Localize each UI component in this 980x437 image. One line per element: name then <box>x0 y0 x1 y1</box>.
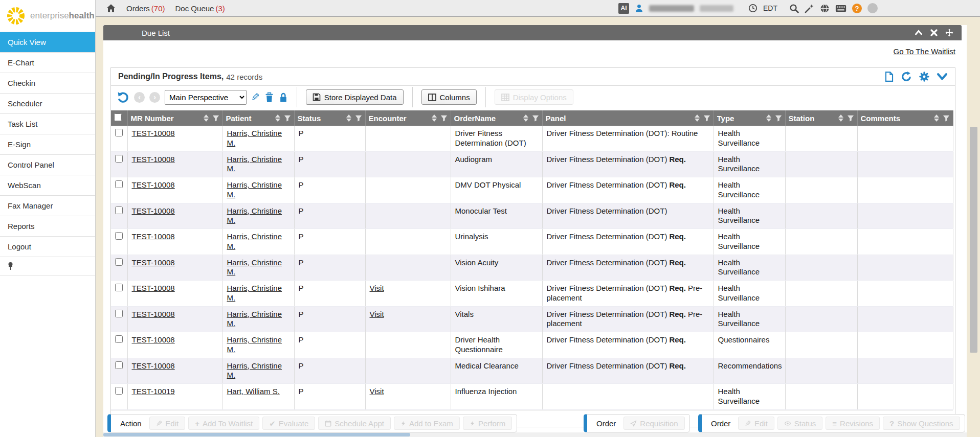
encounter-link[interactable]: Visit <box>370 284 384 292</box>
sidebar-item-webscan[interactable]: WebScan <box>0 175 95 196</box>
select-all-checkbox[interactable] <box>114 113 122 121</box>
collapse-section-chevron-icon[interactable] <box>937 72 948 81</box>
move-panel-icon[interactable] <box>945 29 953 37</box>
lock-perspective-icon[interactable] <box>279 92 288 103</box>
filter-icon[interactable] <box>284 115 291 122</box>
filter-icon[interactable] <box>775 115 782 122</box>
column-header-panel[interactable]: Panel <box>542 110 714 126</box>
sort-icon[interactable] <box>695 114 700 122</box>
collapse-panel-icon[interactable] <box>915 29 923 36</box>
row-checkbox[interactable] <box>115 180 123 188</box>
mr-link[interactable]: TEST-10019 <box>132 387 175 396</box>
patient-link[interactable]: Harris, Christine M. <box>227 361 282 380</box>
patient-link[interactable]: Harris, Christine M. <box>227 180 282 199</box>
nav-doc-queue[interactable]: Doc Queue(3) <box>175 4 225 13</box>
mr-link[interactable]: TEST-10008 <box>132 310 175 318</box>
row-checkbox[interactable] <box>115 361 123 369</box>
sidebar-item-scheduler[interactable]: Scheduler <box>0 94 95 114</box>
globe-icon[interactable] <box>820 4 830 13</box>
column-header-type[interactable]: Type <box>714 110 785 126</box>
column-header-ordername[interactable]: OrderName <box>451 110 542 126</box>
mr-link[interactable]: TEST-10008 <box>132 258 175 267</box>
horizontal-scrollbar-thumb[interactable] <box>103 433 410 436</box>
patient-link[interactable]: Harris, Christine M. <box>227 155 282 173</box>
filter-icon[interactable] <box>212 115 219 122</box>
patient-link[interactable]: Harris, Christine M. <box>227 310 282 328</box>
row-checkbox[interactable] <box>115 387 123 395</box>
column-header-patient[interactable]: Patient <box>222 110 294 126</box>
mr-link[interactable]: TEST-10008 <box>132 335 175 344</box>
row-checkbox[interactable] <box>115 284 123 291</box>
sort-icon[interactable] <box>346 114 351 122</box>
keyboard-icon[interactable] <box>835 4 847 13</box>
sidebar-item-logout[interactable]: Logout <box>0 237 95 257</box>
sidebar-item-reports[interactable]: Reports <box>0 216 95 237</box>
sidebar-item-e-chart[interactable]: E-Chart <box>0 53 95 73</box>
sidebar-item-task-list[interactable]: Task List <box>0 114 95 134</box>
sort-icon[interactable] <box>766 114 771 122</box>
mr-link[interactable]: TEST-10008 <box>132 155 175 164</box>
filter-icon[interactable] <box>440 115 448 122</box>
sort-icon[interactable] <box>838 114 843 122</box>
patient-link[interactable]: Hart, William S. <box>227 387 280 396</box>
row-checkbox[interactable] <box>115 206 123 214</box>
row-checkbox[interactable] <box>115 129 123 136</box>
undo-icon[interactable] <box>117 91 129 103</box>
nav-orders[interactable]: Orders(70) <box>126 4 165 13</box>
perspective-select[interactable]: Main Perspective <box>165 90 247 105</box>
sidebar-item-fax-manager[interactable]: Fax Manager <box>0 196 95 216</box>
gear-icon[interactable] <box>919 71 930 82</box>
wand-icon[interactable] <box>805 4 814 13</box>
sort-icon[interactable] <box>275 114 280 122</box>
store-displayed-data-button[interactable]: Store Displayed Data <box>306 89 404 105</box>
mr-link[interactable]: TEST-10008 <box>132 129 175 137</box>
column-header-encounter[interactable]: Encounter <box>365 110 451 126</box>
sort-icon[interactable] <box>432 114 437 122</box>
sidebar-item-quick-view[interactable]: Quick View <box>0 32 95 53</box>
column-header-station[interactable]: Station <box>785 110 857 126</box>
search-icon[interactable] <box>789 4 799 13</box>
row-checkbox[interactable] <box>115 258 123 266</box>
sort-icon[interactable] <box>934 114 939 122</box>
patient-link[interactable]: Harris, Christine M. <box>227 284 282 302</box>
delete-perspective-trash-icon[interactable] <box>264 92 274 103</box>
mr-link[interactable]: TEST-10008 <box>132 232 175 241</box>
sidebar-item-control-panel[interactable]: Control Panel <box>0 155 95 175</box>
sort-icon[interactable] <box>204 114 209 122</box>
patient-link[interactable]: Harris, Christine M. <box>227 206 282 225</box>
patient-link[interactable]: Harris, Christine M. <box>227 258 282 277</box>
sidebar-item-checkin[interactable]: Checkin <box>0 73 95 94</box>
row-checkbox[interactable] <box>115 335 123 343</box>
refresh-icon[interactable] <box>901 71 912 82</box>
row-checkbox[interactable] <box>115 155 123 163</box>
patient-link[interactable]: Harris, Christine M. <box>227 232 282 250</box>
patient-link[interactable]: Harris, Christine M. <box>227 335 282 354</box>
filter-icon[interactable] <box>703 115 710 122</box>
filter-icon[interactable] <box>355 115 362 122</box>
column-header-comments[interactable]: Comments <box>857 110 953 126</box>
filter-icon[interactable] <box>847 115 854 122</box>
column-header-mr-number[interactable]: MR Number <box>127 110 222 126</box>
columns-button[interactable]: Columns <box>421 89 477 105</box>
mr-link[interactable]: TEST-10008 <box>132 361 175 370</box>
help-icon[interactable]: ? <box>852 4 862 13</box>
mr-link[interactable]: TEST-10008 <box>132 180 175 189</box>
edit-perspective-pencil-icon[interactable]: ✎ <box>251 92 260 102</box>
mr-link[interactable]: TEST-10008 <box>132 206 175 215</box>
encounter-link[interactable]: Visit <box>370 387 384 396</box>
ai-badge[interactable]: AI <box>618 3 629 14</box>
vertical-scrollbar-thumb[interactable] <box>970 127 977 353</box>
pin-icon[interactable] <box>7 262 14 270</box>
filter-icon[interactable] <box>532 115 539 122</box>
filter-icon[interactable] <box>943 115 950 122</box>
encounter-link[interactable]: Visit <box>370 310 384 318</box>
patient-link[interactable]: Harris, Christine M. <box>227 129 282 147</box>
row-checkbox[interactable] <box>115 232 123 240</box>
avatar[interactable] <box>867 3 878 13</box>
new-document-icon[interactable] <box>884 71 894 82</box>
close-panel-icon[interactable] <box>930 29 938 36</box>
home-icon[interactable] <box>106 4 116 13</box>
clock-icon[interactable] <box>748 4 758 13</box>
column-header-status[interactable]: Status <box>294 110 365 126</box>
go-to-waitlist-link[interactable]: Go To The Waitlist <box>894 47 955 56</box>
